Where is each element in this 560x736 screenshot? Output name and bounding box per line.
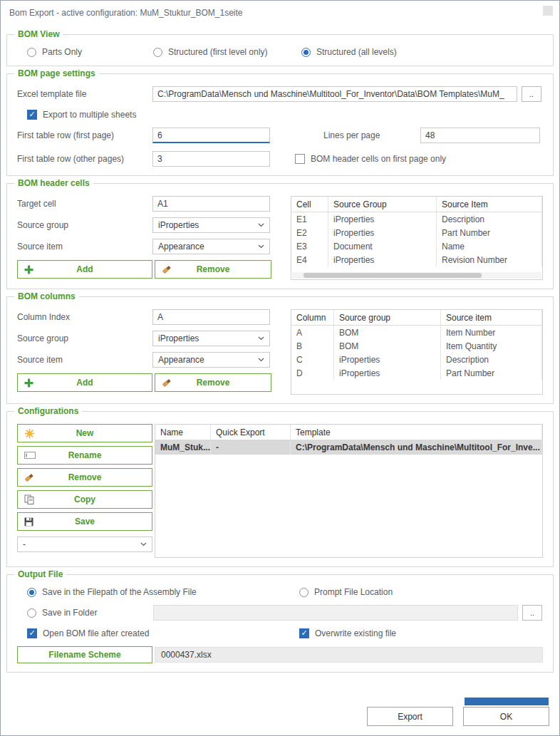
filename-scheme-button[interactable]: Filename Scheme — [17, 646, 152, 663]
source-group-label: Source group — [17, 333, 152, 343]
column-index-row: Column Index — [17, 309, 291, 325]
cell: E4 — [291, 253, 328, 266]
table-header: Cell Source Group Source Item — [291, 197, 542, 212]
configurations-table: Name Quick Export Template MuM_Stuk... -… — [155, 424, 543, 558]
table-header: Column Source group Source item — [291, 310, 542, 326]
cell: Item Quantity — [441, 339, 542, 353]
rename-label: Rename — [68, 450, 102, 460]
target-cell-input[interactable] — [152, 196, 270, 212]
plus-icon — [24, 378, 33, 388]
column-index-input[interactable] — [152, 309, 270, 325]
source-item-select[interactable]: Appearance — [152, 239, 270, 254]
ok-button[interactable]: OK — [463, 707, 549, 726]
select-value: iProperties — [158, 220, 199, 230]
browse-folder-button[interactable]: .. — [522, 605, 542, 621]
bom-view-options-row: Parts Only Structured (first level only)… — [17, 47, 543, 57]
radio-structured-all-levels[interactable]: Structured (all levels) — [301, 47, 397, 57]
radio-label: Save in Folder — [42, 608, 97, 618]
radio-save-assembly-path[interactable]: Save in the Filepath of the Assembly Fil… — [27, 587, 299, 597]
multiple-sheets-row: Export to multiple sheets — [17, 110, 543, 120]
cell: Part Number — [437, 226, 542, 239]
table-row[interactable]: D iProperties Part Number — [291, 366, 542, 380]
column-header[interactable]: Source item — [441, 310, 542, 325]
h-scrollbar-track[interactable] — [292, 272, 541, 279]
add-label: Add — [76, 264, 93, 274]
export-button[interactable]: Export — [367, 707, 453, 726]
target-cell-label: Target cell — [17, 199, 152, 209]
column-header[interactable]: Template — [291, 425, 542, 440]
rename-configuration-button[interactable]: Rename — [17, 446, 152, 465]
target-cell-row: Target cell — [17, 196, 291, 212]
checkbox-multiple-sheets[interactable]: Export to multiple sheets — [27, 110, 136, 120]
radio-icon — [153, 48, 162, 57]
folder-path-input[interactable] — [153, 605, 518, 621]
column-header[interactable]: Quick Export — [211, 425, 291, 440]
column-header[interactable]: Cell — [291, 197, 328, 212]
remove-label: Remove — [68, 472, 102, 482]
radio-parts-only[interactable]: Parts Only — [27, 47, 153, 57]
group-output-file: Output File Save in the Filepath of the … — [6, 574, 554, 673]
configuration-preset-select[interactable]: - — [17, 537, 152, 552]
table-row[interactable]: B BOM Item Quantity — [291, 339, 542, 353]
source-group-row: Source group iProperties — [17, 331, 291, 346]
close-button[interactable] — [543, 6, 553, 16]
source-group-row: Source group iProperties — [17, 217, 291, 233]
table-row[interactable]: A BOM Item Number — [291, 326, 542, 339]
cell: C:\ProgramData\Mensch und Maschine\Multi… — [291, 440, 542, 455]
save-configuration-button[interactable]: Save — [17, 512, 152, 531]
column-header[interactable]: Source group — [334, 310, 441, 325]
column-header[interactable]: Name — [155, 425, 211, 440]
browse-template-button[interactable]: .. — [522, 86, 541, 102]
checkbox-overwrite[interactable]: Overwrite existing file — [299, 628, 396, 638]
column-header[interactable]: Source Group — [328, 197, 437, 212]
source-group-select[interactable]: iProperties — [152, 217, 270, 233]
remove-configuration-button[interactable]: Remove — [17, 468, 152, 487]
remove-column-button[interactable]: Remove — [155, 373, 271, 392]
save-location-row: Save in the Filepath of the Assembly Fil… — [17, 587, 543, 597]
excel-template-row: Excel template file .. — [17, 86, 543, 102]
checkbox-header-first-page-only[interactable]: BOM header cells on first page only — [295, 154, 446, 164]
radio-save-in-folder[interactable]: Save in Folder — [27, 608, 153, 618]
table-row[interactable]: E3 Document Name — [291, 239, 542, 253]
group-bom-columns: BOM columns Column Index Source group iP… — [6, 296, 554, 404]
add-column-button[interactable]: Add — [17, 373, 152, 392]
h-scrollbar-thumb[interactable] — [304, 273, 482, 278]
filename-row: Filename Scheme 0000437.xlsx — [17, 646, 543, 663]
header-cells-table: Cell Source Group Source Item E1 iProper… — [291, 196, 543, 280]
remove-label: Remove — [197, 378, 230, 388]
table-row[interactable]: E1 iProperties Description — [291, 212, 542, 226]
table-row-selected[interactable]: MuM_Stuk... - C:\ProgramData\Mensch und … — [155, 440, 542, 455]
new-configuration-button[interactable]: New — [17, 424, 152, 442]
cell: iProperties — [328, 253, 437, 266]
bom-columns-form: Column Index Source group iProperties So… — [17, 309, 291, 392]
copy-configuration-button[interactable]: Copy — [17, 490, 152, 509]
table-row[interactable]: E2 iProperties Part Number — [291, 226, 542, 239]
add-header-cell-button[interactable]: Add — [17, 260, 152, 279]
first-row-other-row: First table row (other pages) BOM header… — [17, 151, 543, 167]
cell: BOM — [334, 339, 441, 353]
brush-icon — [162, 378, 172, 388]
radio-structured-first-level[interactable]: Structured (first level only) — [153, 47, 301, 57]
cell: iProperties — [328, 226, 437, 239]
column-index-label: Column Index — [17, 312, 152, 322]
cell: Document — [328, 239, 437, 253]
first-row-other-input[interactable] — [152, 151, 270, 167]
column-header[interactable]: Column — [291, 310, 334, 325]
checkbox-open-after[interactable]: Open BOM file after created — [27, 628, 299, 638]
excel-template-input[interactable] — [152, 86, 517, 102]
remove-header-cell-button[interactable]: Remove — [155, 260, 271, 279]
table-row[interactable]: E4 iProperties Revision Number — [291, 253, 542, 266]
lines-per-page-input[interactable] — [420, 128, 540, 143]
table-row[interactable]: C iProperties Description — [291, 353, 542, 366]
first-row-first-input[interactable] — [152, 128, 270, 143]
save-label: Save — [75, 517, 95, 527]
checkbox-label: Export to multiple sheets — [43, 110, 136, 120]
source-group-select[interactable]: iProperties — [152, 331, 270, 346]
bom-columns-table: Column Source group Source item A BOM It… — [291, 309, 543, 395]
cell: BOM — [334, 326, 441, 339]
radio-prompt-location[interactable]: Prompt File Location — [299, 587, 393, 597]
column-header[interactable]: Source Item — [437, 197, 542, 212]
group-title-page-settings: BOM page settings — [14, 68, 99, 78]
source-item-select[interactable]: Appearance — [152, 352, 270, 368]
radio-icon — [27, 588, 36, 597]
